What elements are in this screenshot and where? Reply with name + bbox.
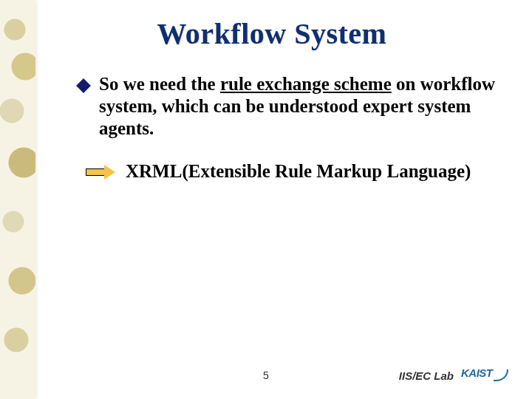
arrow-item: XRML(Extensible Rule Markup Language) (86, 160, 497, 183)
footer: 5 IIS/EC Lab KAIST (0, 365, 532, 386)
bullet-text-pre: So we need the (99, 74, 220, 94)
diamond-bullet-icon (76, 78, 91, 93)
kaist-logo: KAIST (461, 366, 508, 381)
logo-text: KAIST (461, 366, 493, 379)
lab-label: IIS/EC Lab (399, 369, 454, 382)
arrow-right-icon (86, 165, 115, 180)
bullet-text: So we need the rule exchange scheme on w… (99, 73, 497, 140)
page-title: Workflow System (47, 16, 497, 51)
content-area: So we need the rule exchange scheme on w… (78, 73, 497, 183)
logo-swoosh-icon (494, 369, 508, 381)
page-number: 5 (263, 369, 269, 381)
bullet-item: So we need the rule exchange scheme on w… (78, 73, 497, 140)
slide-page: Workflow System So we need the rule exch… (0, 0, 532, 399)
arrow-text: XRML(Extensible Rule Markup Language) (126, 160, 471, 183)
bullet-text-underlined: rule exchange scheme (220, 74, 392, 94)
